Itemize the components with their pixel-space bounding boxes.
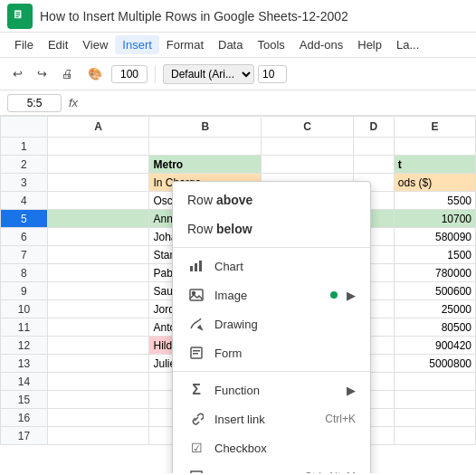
cell-a3[interactable] xyxy=(47,174,149,192)
row-num-6: 6 xyxy=(1,228,48,246)
checkbox-label: Checkbox xyxy=(214,442,356,455)
menu-row-below[interactable]: Row below xyxy=(173,214,370,243)
row-num-3: 3 xyxy=(1,174,48,192)
toolbar: ↩ ↪ 🖨 🎨 Default (Ari... xyxy=(0,58,476,90)
row-num-13: 13 xyxy=(1,355,48,373)
svg-point-8 xyxy=(193,292,195,295)
cell-b2[interactable]: Metro xyxy=(149,156,262,174)
paint-format-button[interactable]: 🎨 xyxy=(82,63,108,84)
menu-edit[interactable]: Edit xyxy=(41,35,75,54)
cell-b1[interactable] xyxy=(149,138,262,156)
divider-1 xyxy=(173,247,370,248)
cell-e6[interactable]: 580090 xyxy=(394,228,475,246)
menu-la[interactable]: La... xyxy=(389,35,426,54)
redo-button[interactable]: ↪ xyxy=(32,63,52,84)
cell-e12[interactable]: 900420 xyxy=(394,337,475,355)
cell-e15[interactable] xyxy=(394,391,475,409)
checkbox-icon: ☑ xyxy=(187,439,205,457)
menu-insert-link[interactable]: Insert link Ctrl+K xyxy=(173,404,370,433)
cell-e7[interactable]: 1500 xyxy=(394,246,475,264)
menu-function[interactable]: Σ Function ▶ xyxy=(173,375,370,404)
cell-e4[interactable]: 5500 xyxy=(394,192,475,210)
row-below-label: Row below xyxy=(187,222,356,236)
cell-e14[interactable] xyxy=(394,373,475,391)
cell-e3[interactable]: ods ($) xyxy=(394,174,475,192)
cell-c2[interactable] xyxy=(262,156,353,174)
col-header-e[interactable]: E xyxy=(394,117,475,138)
svg-rect-2 xyxy=(16,14,21,14)
col-header-b[interactable]: B xyxy=(149,117,262,138)
menu-file[interactable]: File xyxy=(7,35,41,54)
cell-a17[interactable] xyxy=(47,427,149,445)
cell-e2[interactable]: t xyxy=(394,156,475,174)
cell-a2[interactable] xyxy=(47,156,149,174)
cell-e17[interactable] xyxy=(394,427,475,445)
undo-button[interactable]: ↩ xyxy=(7,63,28,84)
sheet-container: A B C D E 1 2 xyxy=(0,116,476,473)
cell-a5[interactable] xyxy=(47,210,149,228)
insert-link-shortcut: Ctrl+K xyxy=(325,413,356,425)
cell-e11[interactable]: 80500 xyxy=(394,318,475,337)
comment-shortcut: Ctrl+Alt+M xyxy=(304,470,356,473)
corner-header xyxy=(1,117,48,138)
menu-chart[interactable]: Chart xyxy=(173,252,370,280)
menu-comment[interactable]: Comment Ctrl+Alt+M xyxy=(173,462,370,473)
cell-a13[interactable] xyxy=(47,355,149,373)
cell-e5[interactable]: 10700 xyxy=(394,210,475,228)
document-title: How to Insert Multiple Rows in Google Sh… xyxy=(40,9,348,24)
chart-icon xyxy=(187,257,205,275)
cell-a10[interactable] xyxy=(47,300,149,318)
menu-data[interactable]: Data xyxy=(211,35,250,54)
row-num-2: 2 xyxy=(1,156,48,174)
font-select[interactable]: Default (Ari... xyxy=(163,64,254,84)
sigma-icon: Σ xyxy=(187,381,205,399)
row-num-1: 1 xyxy=(1,138,48,156)
menu-tools[interactable]: Tools xyxy=(250,35,291,54)
svg-rect-10 xyxy=(193,350,200,352)
cell-c1[interactable] xyxy=(262,138,353,156)
row-num-9: 9 xyxy=(1,282,48,300)
cell-a8[interactable] xyxy=(47,264,149,282)
cell-a9[interactable] xyxy=(47,282,149,300)
cell-e10[interactable]: 25000 xyxy=(394,300,475,318)
cell-a4[interactable] xyxy=(47,192,149,210)
col-header-d[interactable]: D xyxy=(353,117,394,138)
cell-a12[interactable] xyxy=(47,337,149,355)
drawing-icon xyxy=(187,315,205,333)
cell-e9[interactable]: 500600 xyxy=(394,282,475,300)
cell-reference-input[interactable] xyxy=(7,94,62,112)
cell-d2[interactable] xyxy=(353,156,394,174)
menu-format[interactable]: Format xyxy=(159,35,211,54)
cell-e8[interactable]: 780000 xyxy=(394,264,475,282)
zoom-input[interactable] xyxy=(111,65,148,83)
cell-a6[interactable] xyxy=(47,228,149,246)
cell-a1[interactable] xyxy=(47,138,149,156)
menu-insert[interactable]: Insert xyxy=(115,35,159,54)
cell-d1[interactable] xyxy=(353,138,394,156)
link-icon xyxy=(187,410,205,428)
font-size-input[interactable] xyxy=(258,65,287,83)
cell-a7[interactable] xyxy=(47,246,149,264)
cell-e16[interactable] xyxy=(394,409,475,427)
menu-bar: File Edit View Insert Format Data Tools … xyxy=(0,33,476,58)
menu-addons[interactable]: Add-ons xyxy=(292,35,350,54)
cell-a11[interactable] xyxy=(47,318,149,337)
menu-form[interactable]: Form xyxy=(173,338,370,367)
divider-2 xyxy=(173,371,370,372)
cell-a14[interactable] xyxy=(47,373,149,391)
col-header-a[interactable]: A xyxy=(47,117,149,138)
svg-rect-1 xyxy=(16,12,21,13)
cell-e13[interactable]: 5000800 xyxy=(394,355,475,373)
cell-e1[interactable] xyxy=(394,138,475,156)
row-num-14: 14 xyxy=(1,373,48,391)
menu-help[interactable]: Help xyxy=(350,35,389,54)
menu-image[interactable]: Image ▶ xyxy=(173,280,370,309)
col-header-c[interactable]: C xyxy=(262,117,353,138)
print-button[interactable]: 🖨 xyxy=(56,63,79,84)
menu-row-above[interactable]: Row above xyxy=(173,185,370,214)
menu-checkbox[interactable]: ☑ Checkbox xyxy=(173,433,370,462)
menu-view[interactable]: View xyxy=(75,35,115,54)
menu-drawing[interactable]: Drawing xyxy=(173,309,370,338)
cell-a15[interactable] xyxy=(47,391,149,409)
cell-a16[interactable] xyxy=(47,409,149,427)
